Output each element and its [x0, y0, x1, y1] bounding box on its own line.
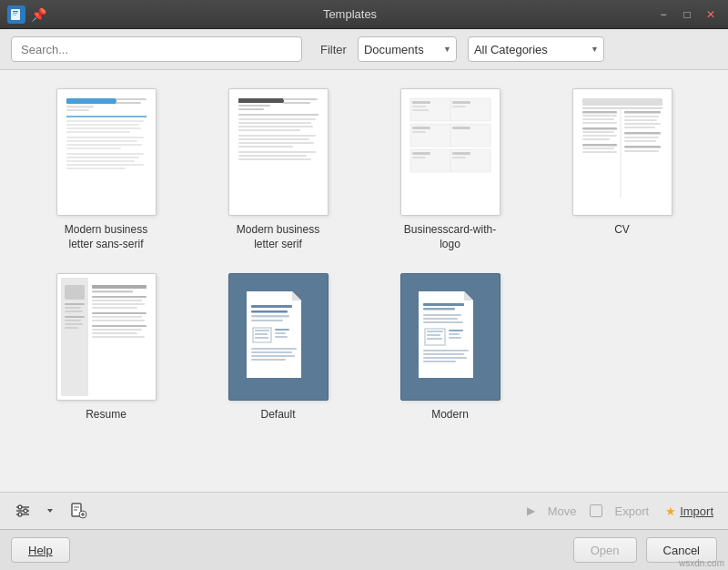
svg-rect-97 [92, 290, 133, 293]
svg-rect-100 [92, 303, 145, 305]
svg-rect-108 [92, 336, 145, 338]
app-icon [7, 5, 25, 24]
toolbar: Filter Documents Spreadsheets Presentati… [0, 29, 728, 70]
svg-rect-53 [412, 131, 426, 133]
svg-rect-85 [624, 150, 659, 152]
svg-rect-36 [238, 146, 293, 148]
filter-type-select[interactable]: Documents Spreadsheets Presentations [358, 36, 457, 62]
bottom-right-actions: ▶ Move Export ★ Import [527, 503, 717, 520]
svg-rect-77 [624, 132, 661, 135]
move-arrow-icon: ▶ [527, 504, 535, 517]
template-item[interactable]: CV [543, 88, 701, 238]
svg-rect-142 [449, 333, 460, 335]
template-label: Modern [431, 408, 469, 422]
template-item[interactable]: Modern businessletter serif [199, 88, 357, 251]
svg-rect-119 [255, 333, 268, 335]
search-input[interactable] [11, 36, 302, 62]
svg-rect-48 [452, 101, 470, 104]
template-preview-svg [233, 278, 324, 396]
bottom-action-bar: ▶ Move Export ★ Import [0, 492, 728, 529]
svg-rect-54 [452, 127, 470, 129]
move-button[interactable]: Move [544, 503, 581, 520]
open-button[interactable]: Open [573, 537, 637, 563]
template-label: CV [614, 223, 630, 238]
svg-rect-74 [624, 119, 657, 121]
svg-rect-101 [92, 307, 137, 309]
svg-rect-17 [66, 153, 144, 155]
svg-rect-7 [66, 109, 89, 111]
svg-rect-143 [449, 337, 461, 339]
svg-rect-113 [251, 305, 292, 308]
manage-templates-button[interactable] [66, 500, 91, 522]
svg-rect-41 [283, 102, 310, 104]
template-label: Businesscard-with-logo [404, 223, 496, 251]
svg-rect-88 [65, 285, 85, 300]
svg-rect-125 [251, 351, 292, 353]
template-thumbnail [572, 88, 672, 216]
minimize-button[interactable]: − [653, 5, 673, 25]
cancel-button[interactable]: Cancel [646, 537, 717, 563]
template-item[interactable]: Modern businessletter sans-serif [27, 88, 185, 251]
svg-rect-144 [423, 350, 469, 351]
dropdown-arrow-button[interactable] [42, 504, 58, 517]
svg-rect-62 [582, 98, 662, 106]
svg-rect-9 [66, 120, 144, 122]
maximize-button[interactable]: □ [677, 5, 697, 25]
svg-rect-27 [238, 108, 264, 110]
svg-rect-96 [92, 285, 147, 289]
help-button[interactable]: Help [11, 537, 70, 563]
svg-rect-22 [116, 98, 147, 100]
svg-rect-127 [251, 359, 286, 361]
svg-rect-122 [275, 332, 286, 334]
svg-rect-31 [238, 126, 313, 127]
export-button[interactable]: Export [612, 503, 653, 520]
export-checkbox-icon [590, 504, 602, 517]
svg-rect-21 [66, 168, 126, 169]
svg-rect-46 [412, 106, 426, 107]
dropdown-arrow-icon [46, 506, 55, 515]
svg-rect-72 [624, 111, 661, 114]
filter-type-wrapper: Documents Spreadsheets Presentations [358, 36, 457, 62]
svg-rect-104 [92, 320, 145, 321]
template-preview-svg [405, 93, 496, 211]
svg-rect-91 [65, 310, 83, 312]
template-item[interactable]: Default [199, 273, 357, 422]
svg-rect-107 [92, 332, 137, 334]
footer-bar: Help Open Cancel [0, 529, 728, 570]
footer-left: Help [11, 537, 70, 563]
svg-rect-83 [582, 151, 617, 153]
svg-rect-19 [66, 160, 135, 162]
svg-rect-11 [66, 127, 141, 129]
template-item[interactable]: Modern [371, 273, 529, 422]
template-item[interactable]: Businesscard-with-logo [371, 88, 529, 251]
template-item[interactable]: Resume [27, 273, 185, 422]
svg-rect-116 [251, 320, 283, 321]
svg-rect-124 [251, 348, 297, 350]
svg-rect-3 [13, 15, 16, 15]
svg-rect-33 [238, 135, 316, 137]
svg-rect-66 [582, 118, 614, 120]
svg-rect-145 [423, 353, 464, 355]
svg-rect-140 [427, 338, 442, 340]
close-button[interactable]: ✕ [701, 5, 721, 25]
svg-rect-136 [423, 321, 463, 323]
svg-rect-89 [65, 303, 85, 305]
svg-rect-37 [238, 151, 316, 153]
template-preview-svg [233, 93, 324, 211]
template-thumbnail [228, 88, 329, 216]
main-content: Modern businessletter sans-serif [0, 70, 728, 492]
filter-category-select[interactable]: All Categories Business Personal Educati… [468, 36, 604, 62]
import-label: Import [680, 504, 713, 518]
svg-rect-123 [275, 336, 288, 338]
svg-rect-13 [66, 137, 144, 138]
import-button[interactable]: ★ Import [662, 503, 717, 520]
svg-rect-32 [238, 129, 300, 131]
template-preview-svg [577, 93, 668, 211]
manage-icon [69, 502, 87, 520]
svg-rect-78 [624, 137, 659, 138]
template-label: Resume [86, 408, 126, 422]
settings-icon-button[interactable] [11, 501, 35, 521]
pin-icon[interactable]: 📌 [31, 7, 46, 22]
template-preview-svg [61, 93, 152, 211]
svg-rect-103 [92, 316, 142, 318]
